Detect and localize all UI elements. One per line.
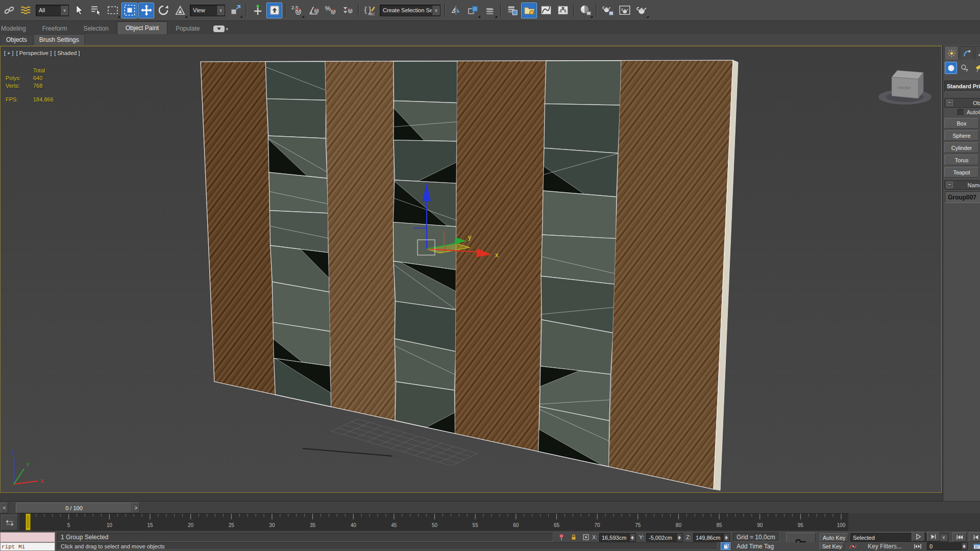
chevron-down-icon[interactable]: ∨ — [216, 6, 225, 15]
scene-explorer[interactable] — [504, 3, 520, 18]
use-pivot-point-center[interactable] — [227, 3, 243, 18]
create-torus-button[interactable]: Torus — [944, 155, 979, 165]
angle-snap-toggle[interactable] — [306, 3, 322, 18]
go-to-start-button[interactable] — [952, 532, 967, 542]
edit-named-selection-sets[interactable]: { }ABC — [362, 3, 378, 18]
prompt-pan-icon[interactable] — [556, 533, 567, 542]
y-coord-spinner[interactable] — [676, 534, 682, 541]
window-crossing-toggle[interactable] — [121, 3, 137, 18]
z-coord-input[interactable]: 149,86cm — [693, 533, 730, 542]
unlink-selection[interactable] — [18, 3, 34, 18]
manage-layers[interactable] — [482, 3, 498, 18]
selection-filter-dropdown[interactable]: All∨ — [36, 5, 69, 16]
track-bar-ruler[interactable]: 5101520253035404550556065707580859095100 — [0, 513, 980, 531]
ribbon-subtab-objects[interactable]: Objects — [1, 34, 33, 45]
select-and-uniform-scale[interactable] — [172, 3, 188, 18]
ribbon-tab-modeling[interactable]: Modeling — [0, 22, 34, 34]
frame-spinner[interactable] — [961, 543, 967, 549]
category-geometry[interactable] — [945, 62, 957, 74]
add-time-tag-button[interactable]: Add Time Tag — [737, 543, 774, 550]
viewport-menu-shading[interactable]: [ Shaded ] — [54, 50, 80, 56]
x-coord-input[interactable]: 16,593cm — [599, 533, 636, 542]
chevron-down-icon[interactable]: ∨ — [60, 6, 68, 15]
time-slider-frame-marker[interactable] — [26, 514, 31, 530]
play-animation-button[interactable] — [912, 532, 925, 541]
tab-hierarchy[interactable] — [975, 46, 980, 60]
create-box-button[interactable]: Box — [944, 118, 979, 129]
next-frame-button[interactable] — [927, 532, 940, 541]
time-slider-prev-button[interactable]: < — [1, 503, 8, 513]
wall-object[interactable] — [201, 60, 738, 490]
time-slider-next-button[interactable]: > — [132, 503, 140, 513]
reference-coordinate-system-dropdown[interactable]: View∨ — [190, 5, 225, 16]
named-selection-sets-dropdown[interactable]: Create Selection Set∨ — [380, 5, 440, 16]
key-mode-toggle[interactable] — [912, 542, 924, 550]
gizmo-x-axis-label: x — [495, 251, 499, 259]
rollout-name-and-color[interactable]: − Name and Color — [944, 180, 980, 190]
maxscript-macro-recorder-pane[interactable] — [0, 532, 55, 542]
mirror[interactable] — [448, 3, 464, 18]
category-lights[interactable] — [972, 62, 980, 74]
category-shapes[interactable] — [959, 62, 971, 74]
render-setup[interactable] — [600, 3, 616, 18]
selection-lock-icon[interactable] — [569, 533, 579, 542]
y-coord-input[interactable]: -5,002cm — [646, 533, 683, 542]
material-editor[interactable] — [577, 3, 593, 18]
render-production[interactable] — [633, 3, 649, 18]
rendered-frame-window[interactable] — [617, 3, 632, 18]
create-teapot-button[interactable]: Teapot — [944, 167, 979, 178]
open-mini-curve-editor-button[interactable] — [1, 515, 18, 531]
primitive-category-dropdown[interactable]: Standard Primitives — [944, 81, 980, 92]
time-configuration-button[interactable] — [971, 542, 980, 550]
isolate-selection-toggle[interactable] — [721, 542, 730, 550]
rollout-object-type[interactable]: − Object Type — [944, 98, 980, 108]
select-and-manipulate[interactable] — [250, 3, 265, 18]
viewcube[interactable]: FRONT — [878, 70, 932, 105]
ribbon-tab-bar: ModelingFreeformSelectionObject PaintPop… — [0, 21, 980, 35]
schematic-view[interactable] — [555, 3, 571, 18]
object-name-field[interactable]: Group007 — [945, 191, 980, 203]
y-coord-value: -5,002cm — [647, 534, 676, 541]
key-filters-button[interactable]: Key Filters... — [868, 543, 902, 550]
create-cylinder-button[interactable]: Cylinder — [944, 142, 979, 153]
select-and-move[interactable] — [138, 3, 154, 18]
percent-snap-toggle[interactable]: % — [323, 3, 338, 18]
viewport-canvas[interactable]: yxFRONTZXY — [1, 46, 941, 492]
previous-frame-button[interactable] — [969, 532, 980, 542]
align[interactable] — [465, 3, 481, 18]
x-coord-spinner[interactable] — [629, 534, 635, 541]
autogrid-checkbox[interactable] — [958, 109, 964, 116]
ribbon-tab-selection[interactable]: Selection — [75, 22, 116, 34]
select-by-name[interactable] — [88, 3, 104, 18]
tab-create[interactable] — [944, 46, 959, 60]
viewport-menu-pov[interactable]: [ Perspective ] — [16, 50, 52, 56]
auto-key-button[interactable]: Auto Key — [820, 533, 848, 542]
select-object[interactable] — [71, 3, 87, 18]
z-coord-spinner[interactable] — [723, 534, 729, 541]
spinner-snap-toggle[interactable] — [339, 3, 355, 18]
select-and-rotate[interactable] — [155, 3, 171, 18]
chevron-down-icon[interactable]: ∨ — [939, 534, 948, 541]
create-sphere-button[interactable]: Sphere — [944, 130, 979, 141]
keyboard-shortcut-override-toggle[interactable] — [266, 3, 282, 18]
select-and-link[interactable] — [1, 3, 17, 18]
rectangular-selection-region[interactable] — [105, 3, 120, 18]
set-key-button[interactable]: Set Key — [820, 542, 844, 550]
ribbon-collapse-button[interactable]: ▾ — [213, 26, 229, 32]
maxscript-mini-listener[interactable]: ript Mi — [0, 542, 55, 551]
toggle-ribbon[interactable] — [521, 3, 537, 18]
curve-editor[interactable] — [538, 3, 554, 18]
ribbon-tab-freeform[interactable]: Freeform — [34, 22, 76, 34]
viewport-menu-general[interactable]: [ + ] — [4, 50, 14, 56]
absolute-offset-mode-icon[interactable] — [581, 533, 591, 542]
key-filter-curve-icon[interactable] — [847, 542, 859, 550]
viewport[interactable]: yxFRONTZXY [ + ] [ Perspective ] [ Shade… — [0, 46, 942, 493]
time-slider-handle[interactable]: 0 / 100 — [16, 503, 132, 513]
snaps-toggle-2-5d[interactable]: 2.5 — [289, 3, 305, 18]
ribbon-tab-object-paint[interactable]: Object Paint — [117, 21, 167, 34]
chevron-down-icon[interactable]: ∨ — [432, 6, 440, 15]
tab-modify[interactable] — [960, 46, 974, 60]
ribbon-tab-populate[interactable]: Populate — [167, 22, 208, 34]
current-frame-input[interactable]: 0 — [927, 542, 968, 550]
ribbon-subtab-brush-settings[interactable]: Brush Settings — [34, 34, 85, 45]
